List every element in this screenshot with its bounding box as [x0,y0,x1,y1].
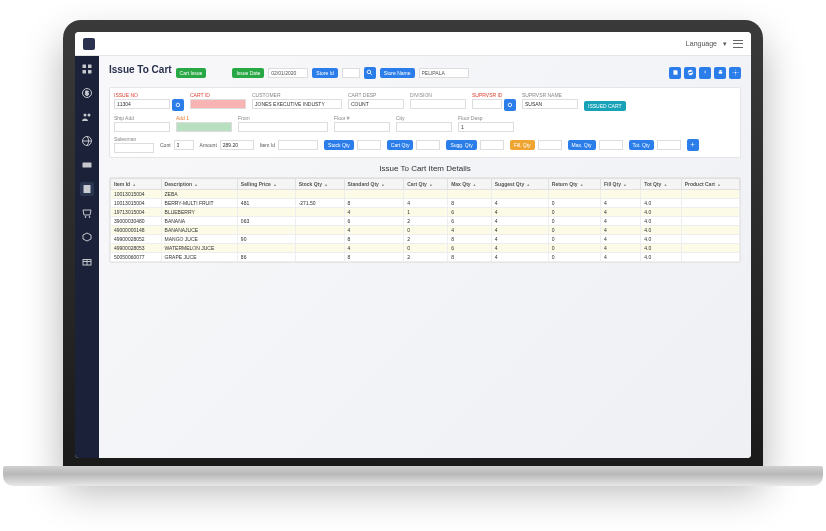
col-max-qty[interactable]: Max Qty▲ [448,179,492,190]
cart-issue-button[interactable]: Cart Issue [176,68,207,78]
box-icon[interactable] [80,230,94,244]
issue-cart-icon[interactable] [80,182,94,196]
fill-qty-input[interactable] [538,140,562,150]
sugg-qty-input[interactable] [480,140,504,150]
city-label: City [396,115,452,121]
from-input[interactable] [238,122,328,132]
cell-fill: 4 [601,253,641,262]
cart-id-input[interactable] [190,99,246,109]
refresh-icon[interactable] [684,67,696,79]
col-description[interactable]: Description▲ [161,179,237,190]
cell-id: 49000000148 [111,226,162,235]
col-fill-qty[interactable]: Fill Qty▲ [601,179,641,190]
dashboard-icon[interactable] [80,62,94,76]
svg-rect-1 [88,65,92,69]
col-suggest-qty[interactable]: Suggest Qty▲ [491,179,548,190]
store-search-icon[interactable] [364,67,376,79]
screen: Language ▾ $ Issue To Cart Cart Issue Is… [75,32,751,458]
settings-icon[interactable] [729,67,741,79]
svg-point-17 [734,72,736,74]
cart-icon[interactable] [80,206,94,220]
table-row[interactable]: 50050060077GRAPE JUCE868284044.0 [111,253,740,262]
cell-stk [295,208,344,217]
col-item-id[interactable]: Item Id▲ [111,179,162,190]
col-cart-qty[interactable]: Cart Qty▲ [404,179,448,190]
division-input[interactable] [410,99,466,109]
floor-desp-input[interactable] [458,122,514,132]
salesman-input[interactable] [114,143,154,153]
cell-max: 4 [448,226,492,235]
customer-input[interactable] [252,99,342,109]
cell-id: 10013015004 [111,190,162,199]
tot-qty-button[interactable]: Tot. Qty [629,140,654,150]
svg-rect-3 [88,70,92,74]
globe-icon[interactable] [80,134,94,148]
stock-qty-button[interactable]: Stock Qty [324,140,354,150]
cell-stk [295,244,344,253]
cell-ret: 0 [548,244,600,253]
salesman-label: Salesman [114,136,154,142]
chevron-down-icon[interactable]: ▾ [723,40,727,48]
cell-desc: BANANAJUCE [161,226,237,235]
store-id-button[interactable]: Store Id [312,68,338,78]
issued-cart-button[interactable]: ISSUED CART [584,101,626,111]
users-icon[interactable] [80,110,94,124]
language-selector[interactable]: Language [686,40,717,47]
supervisor-input[interactable] [472,99,502,109]
gift-icon[interactable] [80,254,94,268]
tot-qty-input[interactable] [657,140,681,150]
issue-date-input[interactable] [268,68,308,78]
col-selling-price[interactable]: Selling Price▲ [237,179,295,190]
table-row[interactable]: 49900028052MANGO JUCE908284044.0 [111,235,740,244]
stock-qty-input[interactable] [357,140,381,150]
city-input[interactable] [396,122,452,132]
cart-qty-input[interactable] [416,140,440,150]
supervisor-name-input[interactable] [522,99,578,109]
col-return-qty[interactable]: Return Qty▲ [548,179,600,190]
print-icon[interactable] [714,67,726,79]
fill-qty-button[interactable]: Fill. Qty [510,140,535,150]
cell-std: 4 [344,208,404,217]
max-qty-input[interactable] [599,140,623,150]
cont-input[interactable] [174,140,194,150]
table-row[interactable]: 49000000148BANANAJUCE4044044.0 [111,226,740,235]
amount-input[interactable] [220,140,254,150]
cell-std: 4 [344,226,404,235]
table-row[interactable]: 49900028053WATERMELON JUCE4064044.0 [111,244,740,253]
ship-add-input[interactable] [114,122,170,132]
dollar-icon[interactable]: $ [80,86,94,100]
hamburger-icon[interactable] [733,40,743,48]
cell-pc [681,235,739,244]
cell-cart: 4 [404,199,448,208]
sugg-qty-button[interactable]: Sugg. Qty [446,140,476,150]
table-row[interactable]: 39000030480BANANA0636264044.0 [111,217,740,226]
table-row[interactable]: 19713015004BLUEBERRY4164044.0 [111,208,740,217]
supervisor-search-icon[interactable] [504,99,516,111]
cell-cart: 2 [404,217,448,226]
svg-text:$: $ [85,90,89,96]
add-row-icon[interactable] [687,139,699,151]
cash-icon[interactable] [80,158,94,172]
cart-desp-input[interactable] [348,99,404,109]
store-id-input[interactable] [342,68,360,78]
download-icon[interactable] [699,67,711,79]
col-standard-qty[interactable]: Standard Qty▲ [344,179,404,190]
issue-no-input[interactable] [114,99,170,109]
floor-input[interactable] [334,122,390,132]
cell-cart: 0 [404,244,448,253]
col-tot-qty[interactable]: Tot Qty▲ [641,179,681,190]
save-icon[interactable] [669,67,681,79]
store-name-input[interactable] [419,68,469,78]
cart-qty-button[interactable]: Cart Qty [387,140,414,150]
cell-sug: 4 [491,253,548,262]
itemid-input[interactable] [278,140,318,150]
add1-input[interactable] [176,122,232,132]
col-product-cart[interactable]: Product Cart▲ [681,179,739,190]
max-qty-button[interactable]: Max. Qty [568,140,596,150]
cont-label: Cont [160,142,171,148]
table-row[interactable]: 10013015004ZEBA [111,190,740,199]
issue-no-search-icon[interactable] [172,99,184,111]
issue-date-button[interactable]: Issue Date [232,68,264,78]
table-row[interactable]: 10013015004BERRY-MULTI FRUIT481-271.5084… [111,199,740,208]
col-stock-qty[interactable]: Stock Qty▲ [295,179,344,190]
